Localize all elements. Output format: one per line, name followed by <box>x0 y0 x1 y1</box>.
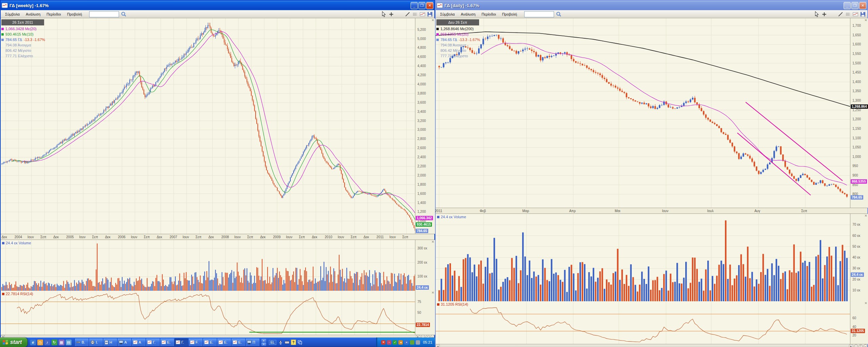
menu-item-περίοδοι[interactable]: Περίοδοι <box>43 11 64 17</box>
weekly-chart-window[interactable]: ΓΔ [weekly] -1.67% _ ❐ ✕ ΣύμβολαΑνάλυσηΠ… <box>0 0 435 338</box>
daily-titlebar[interactable]: ΓΔ [daily] -1.67% _ ❐ ✕ <box>436 1 867 10</box>
minimize-button[interactable]: _ <box>411 2 418 9</box>
menu-item-προβολή[interactable]: Προβολή <box>64 11 85 17</box>
task-button-A[interactable]: A <box>132 339 145 346</box>
task-button-label: A <box>124 340 127 344</box>
volume-pane-close-icon[interactable]: ✕ <box>865 214 867 218</box>
close-button[interactable]: ✕ <box>426 2 433 9</box>
taskbar-scroll-up-button[interactable]: ▲ <box>261 339 266 342</box>
task-button-E[interactable]: E. <box>160 339 174 346</box>
task-button-H[interactable]: WH <box>103 339 117 346</box>
daily-chart-window[interactable]: ΓΔ [daily] -1.67% _ ❐ ✕ ΣύμβολαΑνάλυσηΠε… <box>435 0 868 347</box>
legend-text: 868.5355 Με(20) <box>440 32 469 37</box>
task-button-Γ[interactable]: Γ. <box>146 339 160 346</box>
symbol-search-input[interactable] <box>89 11 119 17</box>
daily-vol-pane[interactable]: 24.4 εκ Volume <box>436 214 850 301</box>
antivirus-icon[interactable]: ✓ <box>393 340 397 345</box>
task-button-Γ[interactable]: Γ. <box>175 339 188 346</box>
volume-pane-close-icon[interactable]: ✕ <box>432 240 434 244</box>
task-button-E[interactable]: E. <box>203 339 217 346</box>
search-icon[interactable] <box>121 11 127 17</box>
messenger-icon[interactable]: ◦ <box>387 340 391 345</box>
task-button-A[interactable]: A <box>118 339 131 346</box>
sync-icon[interactable]: ↻ <box>52 340 57 345</box>
weekly-vol-pane[interactable]: 24.4 εκ Volume <box>1 240 415 291</box>
keyboard-icon[interactable] <box>284 340 290 345</box>
menu-item-ανάλυση[interactable]: Ανάλυση <box>23 11 43 17</box>
line-tool-icon[interactable] <box>405 11 411 17</box>
task-button-I[interactable]: I. <box>89 339 103 346</box>
date-axis-label: Σεπ <box>299 235 305 239</box>
volume-icon[interactable]: ◂ <box>398 340 403 345</box>
symbol-search-input[interactable] <box>524 11 554 17</box>
daily-rsi-axis: ✕60402031.1205 <box>850 301 868 344</box>
task-button-F[interactable]: F. <box>189 339 202 346</box>
volume-axis-label: 100 εκ <box>417 274 427 278</box>
zoom-in-button[interactable]: + <box>859 344 863 347</box>
price-pane-close-icon[interactable]: ✕ <box>865 19 867 22</box>
price-axis-label: 3,000 <box>417 128 426 131</box>
rsi-pane-close-icon[interactable]: ✕ <box>865 302 867 305</box>
list-tool-icon[interactable] <box>412 11 418 17</box>
help-icon[interactable]: ? <box>291 340 296 345</box>
language-indicator[interactable]: EL <box>269 340 276 345</box>
date-axis-label: 2011 <box>435 209 442 213</box>
daily-rsi-pane[interactable]: 31.1205 RSI(14) <box>436 301 850 344</box>
scroll-right-button[interactable]: ► <box>849 345 853 347</box>
price-pane-close-icon[interactable]: ✕ <box>432 19 434 22</box>
network-icon[interactable]: ▪ <box>404 340 409 345</box>
search-icon[interactable] <box>556 11 562 17</box>
taskbar-clock[interactable]: 05:21 <box>423 340 432 344</box>
price-axis-label: 2,800 <box>417 137 426 141</box>
weekly-rsi-pane[interactable]: 22.7814 RSI(14) <box>1 291 415 335</box>
pointer-tool-icon[interactable] <box>814 11 820 17</box>
save-tool-icon[interactable] <box>860 11 866 17</box>
media-icon[interactable]: ♪ <box>44 340 50 345</box>
chart-tool-icon[interactable] <box>852 11 859 17</box>
legend-text: 806.42 Μέγιστο <box>5 48 31 53</box>
folder-icon[interactable]: ▤ <box>66 340 72 345</box>
chart-tool-icon[interactable] <box>419 11 426 17</box>
task-button-E[interactable]: E. <box>217 339 231 346</box>
package-icon[interactable]: ▦ <box>59 340 64 345</box>
clock-icon[interactable]: ◷ <box>37 340 43 345</box>
range-button[interactable]: ↔ <box>864 344 867 347</box>
menu-item-ανάλυση[interactable]: Ανάλυση <box>458 11 478 17</box>
zoom-out-button[interactable]: − <box>854 344 858 347</box>
menu-item-σύμβολα[interactable]: Σύμβολα <box>437 11 458 17</box>
task-button-Π[interactable]: Π <box>246 339 259 346</box>
menu-item-σύμβολα[interactable]: Σύμβολα <box>2 11 23 17</box>
taskbar-scroll-down-button[interactable]: ▼ <box>261 343 266 346</box>
zoom-in-tool-icon[interactable] <box>388 11 394 17</box>
rsi-pane-close-icon[interactable]: ✕ <box>432 291 434 294</box>
daily-price-pane[interactable]: Δευ 26 Σεπ1,268.8646 Με(200)868.5355 Με(… <box>436 18 850 208</box>
window-switch-icon[interactable] <box>297 340 302 345</box>
task-button-B[interactable]: B. <box>75 339 88 346</box>
restore-button[interactable]: ❐ <box>851 2 859 9</box>
microphone-icon[interactable] <box>278 340 283 345</box>
windows-logo-icon <box>2 340 8 345</box>
weekly-titlebar[interactable]: ΓΔ [weekly] -1.67% _ ❐ ✕ <box>1 1 434 10</box>
close-button[interactable]: ✕ <box>859 2 866 9</box>
volume-marker <box>2 242 4 244</box>
pointer-tool-icon[interactable] <box>381 11 387 17</box>
alert-icon[interactable]: ✕ <box>381 340 386 345</box>
device-icon[interactable] <box>416 340 420 345</box>
weekly-price-pane[interactable]: 26 Σεπ 20111,066.3428 Με(20)930.4615 Με(… <box>1 18 415 234</box>
save-tool-icon[interactable] <box>427 11 433 17</box>
graphics-icon[interactable] <box>410 340 414 345</box>
task-button-label: Γ. <box>181 340 184 344</box>
weekly-price-axis: ✕5,2005,0004,8004,6004,4004,2004,0003,80… <box>415 18 436 234</box>
internet-explorer-icon[interactable]: e <box>30 340 36 345</box>
task-button-label: E. <box>167 340 171 344</box>
line-tool-icon[interactable] <box>837 11 844 17</box>
menu-item-προβολή[interactable]: Προβολή <box>499 11 520 17</box>
restore-button[interactable]: ❐ <box>418 2 426 9</box>
list-tool-icon[interactable] <box>845 11 851 17</box>
scroll-left-button[interactable]: ◄ <box>436 345 440 347</box>
task-button-E[interactable]: E. <box>232 339 245 346</box>
minimize-button[interactable]: _ <box>844 2 851 9</box>
menu-item-περίοδοι[interactable]: Περίοδοι <box>478 11 499 17</box>
start-button[interactable]: start <box>0 338 27 347</box>
zoom-in-tool-icon[interactable] <box>821 11 827 17</box>
